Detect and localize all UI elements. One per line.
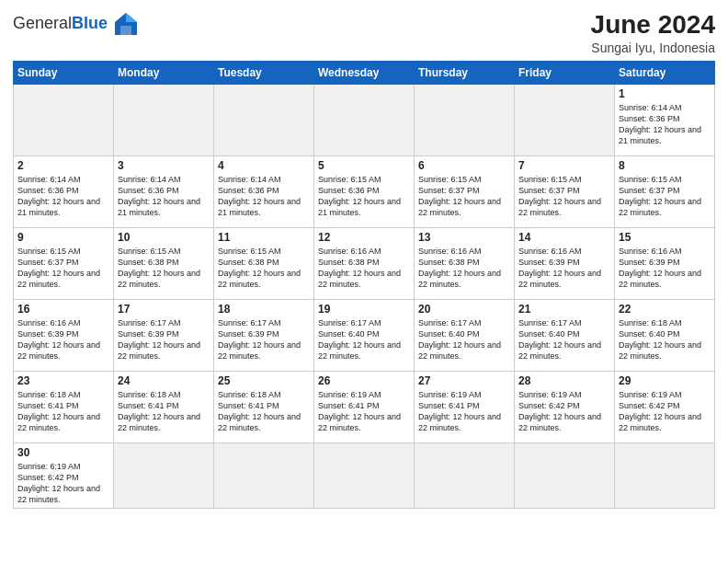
svg-rect-2 xyxy=(120,26,131,35)
cal-cell: 17Sunrise: 6:17 AM Sunset: 6:39 PM Dayli… xyxy=(114,299,214,371)
header-monday: Monday xyxy=(114,61,214,84)
cal-cell xyxy=(14,84,114,155)
week-row-0: 1Sunrise: 6:14 AM Sunset: 6:36 PM Daylig… xyxy=(14,84,715,155)
cal-cell xyxy=(114,84,214,155)
date-number: 8 xyxy=(619,159,711,172)
cell-info: Sunrise: 6:17 AM Sunset: 6:39 PM Dayligh… xyxy=(218,317,310,362)
logo-icon xyxy=(111,9,141,39)
cal-cell xyxy=(114,442,214,509)
cal-cell: 22Sunrise: 6:18 AM Sunset: 6:40 PM Dayli… xyxy=(615,299,715,371)
cell-info: Sunrise: 6:18 AM Sunset: 6:41 PM Dayligh… xyxy=(118,389,210,434)
cal-cell: 3Sunrise: 6:14 AM Sunset: 6:36 PM Daylig… xyxy=(114,155,214,227)
cell-info: Sunrise: 6:19 AM Sunset: 6:42 PM Dayligh… xyxy=(619,389,711,434)
date-number: 1 xyxy=(619,87,711,100)
cal-cell xyxy=(415,442,515,509)
week-row-2: 9Sunrise: 6:15 AM Sunset: 6:37 PM Daylig… xyxy=(14,227,715,299)
header-friday: Friday xyxy=(515,61,615,84)
cell-info: Sunrise: 6:16 AM Sunset: 6:38 PM Dayligh… xyxy=(418,246,510,291)
cell-info: Sunrise: 6:16 AM Sunset: 6:38 PM Dayligh… xyxy=(318,246,410,291)
cal-cell: 4Sunrise: 6:14 AM Sunset: 6:36 PM Daylig… xyxy=(214,155,314,227)
cell-info: Sunrise: 6:19 AM Sunset: 6:41 PM Dayligh… xyxy=(418,389,510,434)
location: Sungai Iyu, Indonesia xyxy=(591,40,715,55)
cal-cell: 15Sunrise: 6:16 AM Sunset: 6:39 PM Dayli… xyxy=(615,227,715,299)
date-number: 15 xyxy=(619,231,711,244)
cal-cell: 5Sunrise: 6:15 AM Sunset: 6:36 PM Daylig… xyxy=(314,155,415,227)
date-number: 27 xyxy=(418,374,510,387)
cell-info: Sunrise: 6:16 AM Sunset: 6:39 PM Dayligh… xyxy=(518,246,610,291)
cell-info: Sunrise: 6:14 AM Sunset: 6:36 PM Dayligh… xyxy=(218,174,310,219)
cal-cell: 26Sunrise: 6:19 AM Sunset: 6:41 PM Dayli… xyxy=(314,371,415,442)
cal-cell: 27Sunrise: 6:19 AM Sunset: 6:41 PM Dayli… xyxy=(415,371,515,442)
cal-cell xyxy=(214,84,314,155)
cal-cell: 10Sunrise: 6:15 AM Sunset: 6:38 PM Dayli… xyxy=(114,227,214,299)
date-number: 21 xyxy=(518,303,610,316)
cal-cell: 16Sunrise: 6:16 AM Sunset: 6:39 PM Dayli… xyxy=(14,299,114,371)
date-number: 20 xyxy=(418,303,510,316)
cal-cell: 18Sunrise: 6:17 AM Sunset: 6:39 PM Dayli… xyxy=(214,299,314,371)
date-number: 9 xyxy=(17,231,109,244)
cal-cell: 9Sunrise: 6:15 AM Sunset: 6:37 PM Daylig… xyxy=(14,227,114,299)
date-number: 23 xyxy=(17,374,109,387)
week-row-5: 30Sunrise: 6:19 AM Sunset: 6:42 PM Dayli… xyxy=(14,442,715,509)
cell-info: Sunrise: 6:14 AM Sunset: 6:36 PM Dayligh… xyxy=(619,102,711,147)
cal-cell xyxy=(415,84,515,155)
date-number: 5 xyxy=(318,159,410,172)
date-number: 16 xyxy=(17,303,109,316)
date-number: 25 xyxy=(218,374,310,387)
cell-info: Sunrise: 6:14 AM Sunset: 6:36 PM Dayligh… xyxy=(17,174,109,219)
cell-info: Sunrise: 6:15 AM Sunset: 6:38 PM Dayligh… xyxy=(218,246,310,291)
cell-info: Sunrise: 6:17 AM Sunset: 6:40 PM Dayligh… xyxy=(318,317,410,362)
cal-cell: 25Sunrise: 6:18 AM Sunset: 6:41 PM Dayli… xyxy=(214,371,314,442)
cal-cell: 2Sunrise: 6:14 AM Sunset: 6:36 PM Daylig… xyxy=(14,155,114,227)
cell-info: Sunrise: 6:14 AM Sunset: 6:36 PM Dayligh… xyxy=(118,174,210,219)
cal-cell: 11Sunrise: 6:15 AM Sunset: 6:38 PM Dayli… xyxy=(214,227,314,299)
calendar-table: Sunday Monday Tuesday Wednesday Thursday… xyxy=(13,61,715,510)
header: GeneralBlue June 2024 Sungai Iyu, Indone… xyxy=(13,9,715,55)
cal-cell: 12Sunrise: 6:16 AM Sunset: 6:38 PM Dayli… xyxy=(314,227,415,299)
date-number: 17 xyxy=(118,303,210,316)
cell-info: Sunrise: 6:18 AM Sunset: 6:41 PM Dayligh… xyxy=(17,389,109,434)
date-number: 7 xyxy=(518,159,610,172)
cell-info: Sunrise: 6:17 AM Sunset: 6:40 PM Dayligh… xyxy=(418,317,510,362)
cal-cell: 24Sunrise: 6:18 AM Sunset: 6:41 PM Dayli… xyxy=(114,371,214,442)
title-block: June 2024 Sungai Iyu, Indonesia xyxy=(591,9,715,55)
cal-cell xyxy=(515,84,615,155)
page: GeneralBlue June 2024 Sungai Iyu, Indone… xyxy=(0,0,728,563)
header-wednesday: Wednesday xyxy=(314,61,415,84)
header-tuesday: Tuesday xyxy=(214,61,314,84)
cell-info: Sunrise: 6:17 AM Sunset: 6:39 PM Dayligh… xyxy=(118,317,210,362)
date-number: 19 xyxy=(318,303,410,316)
week-row-1: 2Sunrise: 6:14 AM Sunset: 6:36 PM Daylig… xyxy=(14,155,715,227)
cal-cell xyxy=(314,84,415,155)
cell-info: Sunrise: 6:15 AM Sunset: 6:38 PM Dayligh… xyxy=(118,246,210,291)
date-number: 13 xyxy=(418,231,510,244)
cell-info: Sunrise: 6:18 AM Sunset: 6:40 PM Dayligh… xyxy=(619,317,711,362)
month-year: June 2024 xyxy=(591,9,715,40)
cal-cell: 14Sunrise: 6:16 AM Sunset: 6:39 PM Dayli… xyxy=(515,227,615,299)
cell-info: Sunrise: 6:15 AM Sunset: 6:37 PM Dayligh… xyxy=(619,174,711,219)
week-row-3: 16Sunrise: 6:16 AM Sunset: 6:39 PM Dayli… xyxy=(14,299,715,371)
cal-cell: 21Sunrise: 6:17 AM Sunset: 6:40 PM Dayli… xyxy=(515,299,615,371)
svg-marker-1 xyxy=(126,13,137,22)
cell-info: Sunrise: 6:19 AM Sunset: 6:41 PM Dayligh… xyxy=(318,389,410,434)
cell-info: Sunrise: 6:15 AM Sunset: 6:37 PM Dayligh… xyxy=(418,174,510,219)
cal-cell: 28Sunrise: 6:19 AM Sunset: 6:42 PM Dayli… xyxy=(515,371,615,442)
header-saturday: Saturday xyxy=(615,61,715,84)
cal-cell: 1Sunrise: 6:14 AM Sunset: 6:36 PM Daylig… xyxy=(615,84,715,155)
cal-cell: 19Sunrise: 6:17 AM Sunset: 6:40 PM Dayli… xyxy=(314,299,415,371)
date-number: 28 xyxy=(518,374,610,387)
logo-text: GeneralBlue xyxy=(13,15,108,33)
cal-cell: 6Sunrise: 6:15 AM Sunset: 6:37 PM Daylig… xyxy=(415,155,515,227)
cal-cell xyxy=(615,442,715,509)
date-number: 4 xyxy=(218,159,310,172)
date-number: 12 xyxy=(318,231,410,244)
date-number: 22 xyxy=(619,303,711,316)
cal-cell xyxy=(214,442,314,509)
cal-cell: 7Sunrise: 6:15 AM Sunset: 6:37 PM Daylig… xyxy=(515,155,615,227)
date-number: 18 xyxy=(218,303,310,316)
cell-info: Sunrise: 6:15 AM Sunset: 6:36 PM Dayligh… xyxy=(318,174,410,219)
header-row: Sunday Monday Tuesday Wednesday Thursday… xyxy=(14,61,715,84)
cal-cell: 23Sunrise: 6:18 AM Sunset: 6:41 PM Dayli… xyxy=(14,371,114,442)
cell-info: Sunrise: 6:15 AM Sunset: 6:37 PM Dayligh… xyxy=(17,246,109,291)
date-number: 3 xyxy=(118,159,210,172)
